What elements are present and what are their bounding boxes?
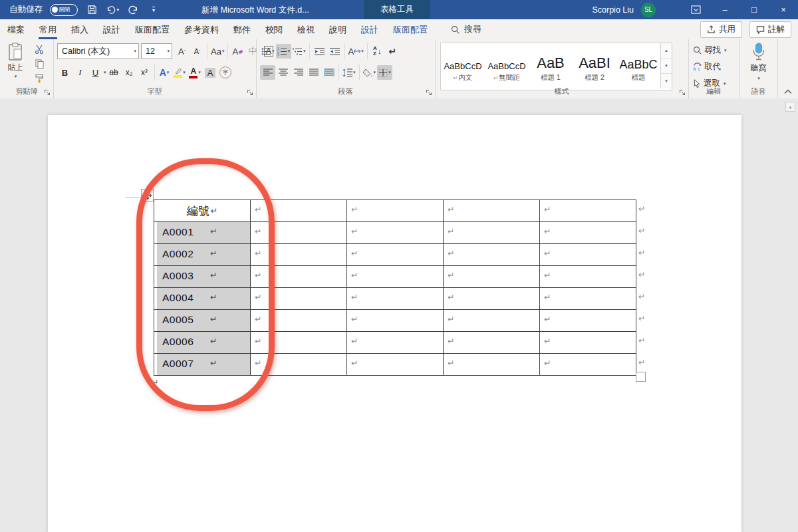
- table-cell-id[interactable]: A0001↵: [154, 222, 251, 244]
- table-cell-id[interactable]: A0005↵: [154, 310, 251, 332]
- table-header-cell[interactable]: 編號 ↵: [154, 200, 251, 222]
- table-cell-empty[interactable]: ↵: [251, 244, 347, 266]
- shrink-font-button[interactable]: Aˇ: [190, 44, 205, 59]
- share-button[interactable]: 共用: [700, 21, 742, 38]
- avatar[interactable]: SL: [641, 3, 656, 17]
- table-cell-empty[interactable]: ↵: [540, 222, 636, 244]
- tab-review[interactable]: 校閱: [258, 20, 290, 39]
- table-cell-empty[interactable]: ↵: [444, 244, 540, 266]
- style-card-normal[interactable]: AaBbCcD ↵內文: [441, 43, 485, 90]
- tab-layout[interactable]: 版面配置: [128, 20, 177, 39]
- table-cell-id[interactable]: A0007↵: [154, 354, 251, 376]
- styles-dialog-launcher[interactable]: [679, 89, 686, 96]
- save-button[interactable]: [85, 3, 98, 17]
- dictate-button[interactable]: 聽寫 ▾: [739, 43, 777, 81]
- show-hide-marks-button[interactable]: ↵: [385, 44, 400, 59]
- maximize-button[interactable]: □: [739, 0, 769, 19]
- table-cell-empty[interactable]: ↵: [540, 200, 636, 222]
- enclose-characters-button[interactable]: 字: [218, 65, 233, 80]
- undo-button[interactable]: ▾: [106, 3, 119, 17]
- gallery-scroll-up-button[interactable]: ▲: [661, 43, 672, 58]
- table-cell-empty[interactable]: ↵: [540, 288, 636, 310]
- table-cell-empty[interactable]: ↵: [444, 288, 540, 310]
- text-effects-button[interactable]: A▾: [157, 65, 172, 80]
- tab-references[interactable]: 參考資料: [177, 20, 226, 39]
- table-cell-id[interactable]: A0002↵: [154, 244, 251, 266]
- autosave-toggle[interactable]: 關閉: [50, 4, 78, 16]
- close-button[interactable]: ×: [769, 0, 798, 19]
- style-card-title[interactable]: AaBbC 標題: [616, 43, 660, 90]
- copy-button[interactable]: [31, 57, 48, 70]
- paste-button[interactable]: 貼上 ▾: [3, 43, 27, 86]
- strikethrough-button[interactable]: ab: [106, 65, 122, 80]
- ribbon-display-options-button[interactable]: [681, 0, 710, 19]
- tab-mailings[interactable]: 郵件: [226, 20, 258, 39]
- table-cell-empty[interactable]: ↵: [347, 332, 444, 354]
- sort-button[interactable]: AZ↓: [370, 44, 385, 59]
- customize-qat-button[interactable]: ▾: [147, 3, 160, 17]
- text-shading-button[interactable]: A: [203, 65, 218, 80]
- tab-home[interactable]: 常用: [32, 20, 64, 39]
- change-case-button[interactable]: Aa▾: [209, 44, 225, 59]
- collapse-ribbon-button[interactable]: [784, 89, 792, 94]
- table-cell-empty[interactable]: ↵: [347, 222, 444, 244]
- clear-formatting-button[interactable]: A: [230, 44, 245, 59]
- table-cell-empty[interactable]: ↵: [251, 266, 347, 288]
- bullets-button[interactable]: ▾: [260, 44, 276, 59]
- tab-table-layout[interactable]: 版面配置: [386, 20, 435, 39]
- table-cell-empty[interactable]: ↵: [251, 310, 347, 332]
- table-cell-empty[interactable]: ↵: [251, 332, 347, 354]
- tab-insert[interactable]: 插入: [64, 20, 96, 39]
- italic-button[interactable]: I: [72, 65, 88, 80]
- table-cell-empty[interactable]: ↵: [444, 354, 540, 376]
- multilevel-list-button[interactable]: ▾: [291, 44, 307, 59]
- table-cell-empty[interactable]: ↵: [251, 354, 347, 376]
- decrease-indent-button[interactable]: [312, 44, 327, 59]
- numbering-button[interactable]: 123 ▾: [276, 44, 292, 59]
- font-name-select[interactable]: Calibri (本文)▾: [57, 43, 139, 59]
- table-cell-empty[interactable]: ↵: [444, 200, 540, 222]
- tab-view[interactable]: 檢視: [290, 20, 322, 39]
- underline-button[interactable]: U: [88, 65, 103, 80]
- font-color-button[interactable]: A ▾: [188, 65, 203, 80]
- bold-button[interactable]: B: [57, 65, 72, 80]
- cut-button[interactable]: [31, 43, 48, 56]
- minimize-button[interactable]: –: [710, 0, 739, 19]
- table-cell-empty[interactable]: ↵: [540, 266, 636, 288]
- shading-button[interactable]: ▾: [362, 65, 378, 80]
- style-card-heading1[interactable]: AaB 標題 1: [529, 43, 573, 90]
- justify-button[interactable]: [306, 65, 321, 80]
- table-cell-id[interactable]: A0006↵: [154, 332, 251, 354]
- align-left-button[interactable]: [260, 65, 275, 80]
- find-button[interactable]: 尋找 ▾: [693, 45, 727, 56]
- line-spacing-button[interactable]: ▾: [341, 65, 357, 80]
- table-cell-empty[interactable]: ↵: [251, 222, 347, 244]
- tab-help[interactable]: 說明: [322, 20, 354, 39]
- tab-table-design[interactable]: 設計: [354, 20, 386, 39]
- table-cell-empty[interactable]: ↵: [444, 332, 540, 354]
- table-cell-empty[interactable]: ↵: [444, 222, 540, 244]
- table-cell-empty[interactable]: ↵: [347, 200, 444, 222]
- style-card-no-spacing[interactable]: AaBbCcD ↵無間距: [485, 43, 529, 90]
- replace-button[interactable]: bc 取代: [693, 61, 721, 72]
- table-cell-empty[interactable]: ↵: [347, 354, 444, 376]
- table-cell-empty[interactable]: ↵: [347, 266, 444, 288]
- scroll-up-button[interactable]: ▲: [785, 102, 795, 112]
- table-cell-empty[interactable]: ↵: [251, 200, 347, 222]
- style-card-heading2[interactable]: AaBI 標題 2: [573, 43, 616, 90]
- table-cell-empty[interactable]: ↵: [347, 288, 444, 310]
- table-cell-empty[interactable]: ↵: [444, 310, 540, 332]
- table-cell-id[interactable]: A0004↵: [154, 288, 251, 310]
- font-size-select[interactable]: 12▾: [141, 43, 172, 59]
- increase-indent-button[interactable]: [327, 44, 342, 59]
- table-cell-empty[interactable]: ↵: [347, 244, 444, 266]
- redo-button[interactable]: [126, 3, 140, 17]
- table-cell-id[interactable]: A0003↵: [154, 266, 251, 288]
- tab-file[interactable]: 檔案: [0, 20, 32, 39]
- align-center-button[interactable]: [275, 65, 291, 80]
- font-dialog-launcher[interactable]: [247, 89, 253, 96]
- table-cell-empty[interactable]: ↵: [251, 288, 347, 310]
- table-cell-empty[interactable]: ↵: [444, 266, 540, 288]
- table-cell-empty[interactable]: ↵: [540, 354, 636, 376]
- borders-button[interactable]: ▾: [377, 65, 392, 80]
